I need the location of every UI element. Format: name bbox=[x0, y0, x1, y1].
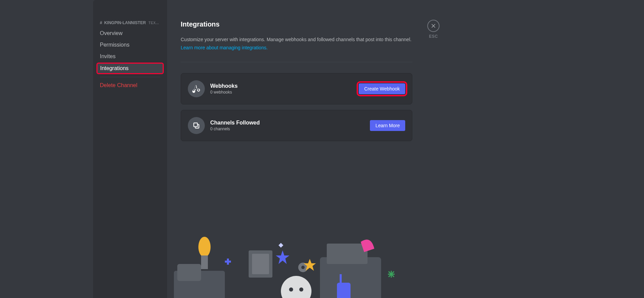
close-settings-button[interactable]: ESC bbox=[427, 20, 440, 39]
svg-line-19 bbox=[389, 271, 394, 277]
learn-more-link[interactable]: Learn more about managing integrations. bbox=[181, 45, 268, 50]
svg-point-11 bbox=[301, 266, 305, 269]
svg-rect-1 bbox=[177, 264, 201, 281]
sidebar-item-label: Integrations bbox=[100, 65, 129, 72]
webhooks-card: Webhooks 0 webhooks Create Webhook bbox=[181, 73, 412, 104]
sidebar-item-label: Invites bbox=[100, 53, 115, 60]
channels-followed-card: Channels Followed 0 channels Learn More bbox=[181, 110, 412, 141]
sidebar-item-label: Overview bbox=[100, 30, 123, 37]
sidebar-item-label: Permissions bbox=[100, 42, 129, 48]
svg-rect-15 bbox=[337, 283, 351, 298]
channel-type-suffix: TEX... bbox=[148, 21, 159, 25]
page-description: Customize your server with integrations.… bbox=[181, 36, 432, 43]
sidebar-item-invites[interactable]: Invites bbox=[96, 51, 164, 62]
webhooks-title: Webhooks bbox=[210, 83, 238, 89]
close-icon bbox=[427, 20, 440, 32]
svg-line-20 bbox=[389, 271, 394, 277]
app-root: # KINGPIN-LANNISTER TEX... Overview Perm… bbox=[0, 0, 644, 298]
svg-rect-5 bbox=[252, 254, 269, 274]
sidebar-item-delete-channel[interactable]: Delete Channel bbox=[96, 80, 164, 91]
svg-rect-4 bbox=[249, 250, 272, 278]
sidebar-channel-header: # KINGPIN-LANNISTER TEX... bbox=[96, 20, 164, 28]
svg-point-7 bbox=[281, 276, 311, 298]
svg-rect-13 bbox=[320, 257, 381, 298]
svg-point-8 bbox=[289, 287, 293, 292]
hash-icon: # bbox=[100, 20, 102, 25]
page-title: Integrations bbox=[181, 20, 432, 28]
sidebar-item-permissions[interactable]: Permissions bbox=[96, 39, 164, 50]
svg-point-9 bbox=[299, 287, 303, 292]
content-area: Integrations Customize your server with … bbox=[167, 0, 644, 298]
svg-rect-16 bbox=[340, 274, 342, 284]
svg-rect-14 bbox=[327, 244, 368, 264]
channel-name: KINGPIN-LANNISTER bbox=[104, 20, 146, 25]
sidebar-divider bbox=[100, 77, 160, 77]
svg-rect-3 bbox=[201, 255, 208, 269]
left-gutter bbox=[0, 0, 93, 298]
sidebar-item-label: Delete Channel bbox=[100, 82, 137, 89]
settings-sidebar: # KINGPIN-LANNISTER TEX... Overview Perm… bbox=[93, 0, 167, 298]
svg-marker-6 bbox=[276, 250, 289, 264]
integrations-illustration bbox=[167, 223, 405, 298]
sidebar-item-overview[interactable]: Overview bbox=[96, 28, 164, 39]
svg-rect-21 bbox=[279, 243, 283, 248]
sidebar-item-integrations[interactable]: Integrations bbox=[96, 63, 164, 74]
svg-marker-12 bbox=[304, 259, 316, 271]
section-divider bbox=[181, 62, 412, 62]
channels-followed-icon bbox=[188, 117, 205, 134]
channels-followed-count: 0 channels bbox=[210, 127, 260, 131]
channels-followed-title: Channels Followed bbox=[210, 120, 260, 126]
svg-point-2 bbox=[198, 237, 211, 257]
webhook-icon bbox=[188, 80, 205, 97]
webhooks-count: 0 webhooks bbox=[210, 90, 238, 95]
close-label: ESC bbox=[429, 34, 438, 39]
learn-more-button[interactable]: Learn More bbox=[370, 120, 405, 131]
svg-rect-0 bbox=[174, 271, 225, 298]
create-webhook-button[interactable]: Create Webhook bbox=[359, 83, 405, 94]
svg-point-10 bbox=[298, 263, 308, 272]
